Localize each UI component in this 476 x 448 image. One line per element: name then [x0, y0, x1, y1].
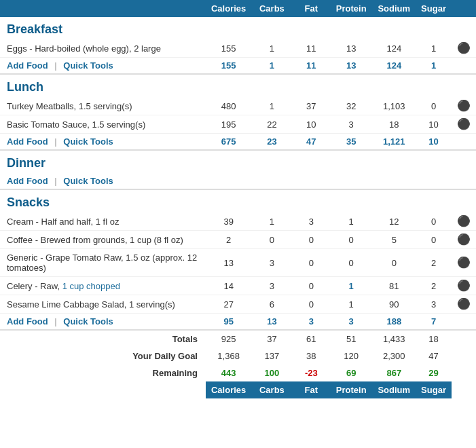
snacks-food-4-sugar: 2 — [416, 277, 452, 295]
lunch-food-row-1: Turkey Meatballs, 1.5 serving(s) 480 1 3… — [0, 97, 476, 115]
snacks-food-5-carbs: 6 — [251, 295, 292, 314]
snacks-food-5-name: Sesame Lime Cabbage Salad, 1 serving(s) — [0, 295, 206, 314]
snacks-totals-row: Add Food | Quick Tools 95 13 3 3 188 7 — [0, 314, 476, 331]
snacks-food-2-carbs: 0 — [251, 231, 292, 249]
snacks-total-calories: 95 — [206, 314, 251, 331]
breakfast-food-1-name: Eggs - Hard-boiled (whole egg), 2 large — [0, 39, 206, 58]
snacks-food-row-4: Celery - Raw, 1 cup chopped 14 3 0 1 81 … — [0, 277, 476, 295]
snacks-food-2-sugar: 0 — [416, 231, 452, 249]
lunch-total-sodium: 1,121 — [372, 134, 416, 151]
bottom-header-row: Calories Carbs Fat Protein Sodium Sugar — [0, 381, 476, 398]
snacks-food-row-3: Generic - Grape Tomato Raw, 1.5 oz (appr… — [0, 249, 476, 277]
snacks-title: Snacks — [0, 190, 476, 212]
summary-goal-protein: 120 — [330, 348, 372, 365]
snacks-food-5-fat: 0 — [293, 295, 330, 314]
breakfast-total-carbs: 1 — [251, 58, 292, 75]
lunch-total-protein: 35 — [330, 134, 372, 151]
snacks-food-3-carbs: 3 — [251, 249, 292, 277]
bottom-protein-header: Protein — [330, 381, 372, 398]
snacks-food-3-sugar: 2 — [416, 249, 452, 277]
snacks-food-3-protein: 0 — [330, 249, 372, 277]
snacks-total-carbs: 13 — [251, 314, 292, 331]
breakfast-food-row-1: Eggs - Hard-boiled (whole egg), 2 large … — [0, 39, 476, 58]
breakfast-remove-1[interactable]: ⚫ — [457, 43, 471, 54]
lunch-food-1-name: Turkey Meatballs, 1.5 serving(s) — [0, 97, 206, 115]
dinner-quick-tools-link[interactable]: Quick Tools — [63, 176, 113, 186]
lunch-add-food-link[interactable]: Add Food — [7, 136, 48, 147]
snacks-food-1-sugar: 0 — [416, 212, 452, 231]
snacks-total-fat: 3 — [293, 314, 330, 331]
lunch-totals-row: Add Food | Quick Tools 675 23 47 35 1,12… — [0, 134, 476, 151]
calories-header: Calories — [206, 0, 251, 17]
breakfast-food-1-calories: 155 — [206, 39, 251, 58]
snacks-food-3-calories: 13 — [206, 249, 251, 277]
breakfast-food-1-sugar: 1 — [416, 39, 452, 58]
lunch-total-fat: 47 — [293, 134, 330, 151]
breakfast-add-food-link[interactable]: Add Food — [7, 60, 48, 71]
lunch-food-1-protein: 32 — [330, 97, 372, 115]
snacks-food-2-name: Coffee - Brewed from grounds, 1 cup (8 f… — [0, 231, 206, 249]
snacks-food-2-fat: 0 — [293, 231, 330, 249]
lunch-total-sugar: 10 — [416, 134, 452, 151]
dinner-actions-row: Add Food | Quick Tools — [0, 173, 476, 189]
summary-remaining-sugar: 29 — [416, 365, 452, 381]
snacks-food-row-2: Coffee - Brewed from grounds, 1 cup (8 f… — [0, 231, 476, 249]
lunch-total-carbs: 23 — [251, 134, 292, 151]
breakfast-food-1-protein: 13 — [330, 39, 372, 58]
lunch-quick-tools-link[interactable]: Quick Tools — [63, 136, 113, 147]
snacks-food-4-protein: 1 — [330, 277, 372, 295]
lunch-food-1-carbs: 1 — [251, 97, 292, 115]
sugar-header: Sugar — [416, 0, 452, 17]
fat-header: Fat — [293, 0, 330, 17]
snacks-food-2-protein: 0 — [330, 231, 372, 249]
summary-totals-carbs: 37 — [251, 330, 292, 348]
snacks-food-1-calories: 39 — [206, 212, 251, 231]
snacks-food-1-name: Cream - Half and half, 1 fl oz — [0, 212, 206, 231]
summary-remaining-carbs: 100 — [251, 365, 292, 381]
bottom-carbs-header: Carbs — [251, 381, 292, 398]
summary-totals-label: Totals — [0, 330, 206, 348]
dinner-title: Dinner — [0, 151, 476, 173]
snacks-remove-4[interactable]: ⚫ — [457, 280, 471, 291]
dinner-add-food-link[interactable]: Add Food — [7, 176, 48, 186]
breakfast-quick-tools-link[interactable]: Quick Tools — [63, 60, 113, 71]
summary-totals-row: Totals 925 37 61 51 1,433 18 — [0, 330, 476, 348]
snacks-remove-1[interactable]: ⚫ — [457, 216, 471, 227]
snacks-remove-5[interactable]: ⚫ — [457, 299, 471, 310]
summary-remaining-fat: -23 — [293, 365, 330, 381]
breakfast-total-calories: 155 — [206, 58, 251, 75]
meal-column-header — [0, 0, 206, 17]
snacks-food-1-fat: 3 — [293, 212, 330, 231]
snacks-remove-3[interactable]: ⚫ — [457, 257, 471, 268]
lunch-food-2-sugar: 10 — [416, 115, 452, 134]
snacks-food-row-1: Cream - Half and half, 1 fl oz 39 1 3 1 … — [0, 212, 476, 231]
snacks-quick-tools-link[interactable]: Quick Tools — [63, 316, 113, 326]
breakfast-food-1-carbs: 1 — [251, 39, 292, 58]
snacks-add-food-link[interactable]: Add Food — [7, 316, 48, 326]
bottom-calories-header: Calories — [206, 381, 251, 398]
lunch-remove-2[interactable]: ⚫ — [457, 119, 471, 130]
summary-remaining-label: Remaining — [0, 365, 206, 381]
snacks-remove-2[interactable]: ⚫ — [457, 234, 471, 245]
lunch-food-2-name: Basic Tomato Sauce, 1.5 serving(s) — [0, 115, 206, 134]
summary-totals-sodium: 1,433 — [372, 330, 416, 348]
snacks-food-5-sugar: 3 — [416, 295, 452, 314]
lunch-food-1-sugar: 0 — [416, 97, 452, 115]
snacks-total-protein: 3 — [330, 314, 372, 331]
summary-goal-carbs: 137 — [251, 348, 292, 365]
summary-goal-row: Your Daily Goal 1,368 137 38 120 2,300 4… — [0, 348, 476, 365]
snacks-food-3-fat: 0 — [293, 249, 330, 277]
summary-goal-fat: 38 — [293, 348, 330, 365]
lunch-food-1-calories: 480 — [206, 97, 251, 115]
bottom-sugar-header: Sugar — [416, 381, 452, 398]
summary-remaining-sodium: 867 — [372, 365, 416, 381]
lunch-remove-1[interactable]: ⚫ — [457, 100, 471, 111]
snacks-food-4-link[interactable]: 1 cup chopped — [62, 281, 120, 291]
snacks-food-3-sodium: 0 — [372, 249, 416, 277]
bottom-fat-header: Fat — [293, 381, 330, 398]
snacks-food-4-sodium: 81 — [372, 277, 416, 295]
snacks-food-4-fat: 0 — [293, 277, 330, 295]
breakfast-total-protein: 13 — [330, 58, 372, 75]
summary-goal-calories: 1,368 — [206, 348, 251, 365]
snacks-food-2-sodium: 5 — [372, 231, 416, 249]
